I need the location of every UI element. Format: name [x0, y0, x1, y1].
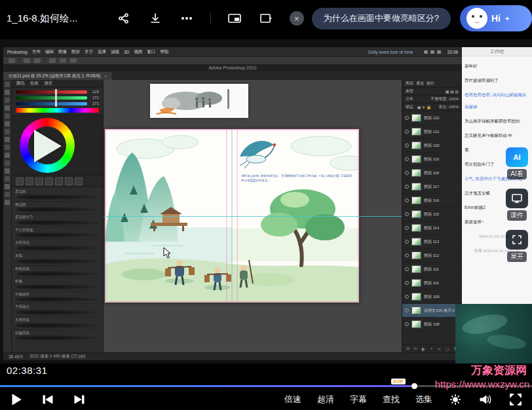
layer-row[interactable]: 图层 122: [402, 111, 462, 125]
brush-preset-icon[interactable]: [35, 177, 43, 185]
eraser-tool[interactable]: [5, 153, 10, 158]
hand-tool[interactable]: [5, 192, 10, 197]
move-tool[interactable]: [5, 82, 10, 87]
layer-row[interactable]: 图层 121: [402, 125, 462, 139]
layer-row[interactable]: 图层 116: [402, 194, 462, 208]
visibility-eye-icon[interactable]: [405, 116, 409, 120]
speed-button[interactable]: 倍速: [284, 394, 301, 405]
download-icon[interactable]: [147, 10, 163, 26]
panel-tab[interactable]: 路径: [427, 81, 434, 86]
brush-item[interactable]: 干介质画笔: [15, 227, 100, 240]
cyan-guide-line[interactable]: [104, 216, 402, 217]
menu-item[interactable]: 3D: [124, 50, 129, 54]
progress-knob[interactable]: [411, 383, 417, 389]
brush-item[interactable]: 柔边圆压力: [15, 214, 100, 227]
menu-item[interactable]: 图像: [58, 49, 67, 55]
search-button[interactable]: 查找: [383, 394, 400, 405]
lasso-tool[interactable]: [5, 98, 10, 103]
panel-tab[interactable]: 图层: [406, 81, 413, 86]
adjustment-icon[interactable]: ◑: [430, 346, 432, 350]
brush-item[interactable]: 粗糙炭笔: [15, 266, 100, 279]
menu-item[interactable]: 文件: [32, 49, 41, 55]
visibility-eye-icon[interactable]: [405, 185, 409, 189]
menu-item[interactable]: 选择: [98, 49, 106, 55]
fx-icon[interactable]: fx: [414, 346, 417, 350]
layer-row[interactable]: 图层 114: [402, 221, 462, 235]
menu-item[interactable]: 图层: [71, 49, 80, 55]
panel-tab[interactable]: 色板: [30, 81, 39, 86]
previous-button[interactable]: [41, 392, 55, 407]
brush-item[interactable]: 水墨画笔: [15, 317, 100, 330]
settings-gear-icon[interactable]: [448, 392, 463, 407]
panel-tab[interactable]: 颜色: [16, 81, 25, 86]
panel-tab[interactable]: 通道: [416, 81, 424, 86]
mask-icon[interactable]: ◧: [422, 346, 426, 351]
question-bubble[interactable]: 为什么在画面中要做亮暗区分?: [312, 8, 451, 29]
options-icon[interactable]: [9, 58, 15, 63]
tab-close-icon[interactable]: ×: [105, 74, 107, 79]
play-button[interactable]: [9, 392, 24, 407]
expand-button[interactable]: 展开: [503, 230, 531, 262]
options-icon[interactable]: [34, 58, 41, 63]
layer-row[interactable]: 说明文135 拷贝 2: [402, 304, 462, 318]
menu-item[interactable]: 视图: [134, 49, 142, 55]
visibility-eye-icon[interactable]: [405, 267, 409, 271]
healing-brush-tool[interactable]: [5, 129, 10, 134]
menu-item[interactable]: 滤镜: [111, 49, 119, 55]
visibility-eye-icon[interactable]: [405, 295, 409, 299]
opacity-field[interactable]: 不透明度: 100%: [430, 96, 459, 102]
green-slider[interactable]: [16, 96, 87, 100]
visibility-eye-icon[interactable]: [405, 157, 409, 161]
layer-row[interactable]: 图层 117: [402, 180, 462, 194]
layer-row[interactable]: 图层 108: [402, 318, 462, 331]
marquee-tool[interactable]: [5, 90, 10, 95]
layer-row[interactable]: 图层 115: [402, 208, 462, 221]
options-icon[interactable]: [49, 58, 56, 63]
brush-preset-icon[interactable]: [45, 177, 53, 185]
brush-preset-icon[interactable]: [26, 177, 33, 185]
brush-item[interactable]: 平扁扇形: [15, 291, 100, 305]
visibility-eye-icon[interactable]: [405, 322, 409, 326]
ai-watch-button[interactable]: AI AI看: [503, 147, 531, 179]
brush-preset-icon[interactable]: [75, 177, 83, 185]
blur-tool[interactable]: [5, 168, 10, 174]
layer-row[interactable]: 图层 109: [402, 290, 462, 304]
visibility-eye-icon[interactable]: [405, 281, 409, 285]
episodes-button[interactable]: 选集: [415, 394, 432, 405]
quality-button[interactable]: 超清: [317, 394, 334, 405]
ps-canvas[interactable]: 远处青山如黛, 炊烟袅袅升起。丹顶鹤展翅飞过村口的大树, 一家人挑着水桶, 沿着…: [104, 80, 402, 352]
menu-item[interactable]: 编辑: [45, 49, 54, 55]
more-icon[interactable]: [179, 10, 195, 26]
pip-icon[interactable]: [227, 10, 242, 26]
brush-preset-icon[interactable]: [55, 177, 63, 185]
visibility-eye-icon[interactable]: [405, 130, 409, 134]
clone-stamp-tool[interactable]: [5, 145, 10, 150]
filter-icons[interactable]: ▦ ▤ ▥: [446, 89, 459, 94]
lock-icons[interactable]: ▣ ✛ 🔒: [417, 105, 432, 109]
layer-row[interactable]: 图层 111: [402, 263, 462, 276]
options-icon[interactable]: [24, 58, 30, 63]
blue-slider[interactable]: [16, 102, 87, 105]
crop-tool[interactable]: [5, 113, 10, 119]
new-layer-icon[interactable]: ▢: [446, 346, 449, 351]
play-overlay-icon[interactable]: [34, 130, 62, 162]
mini-player-icon[interactable]: [258, 10, 274, 26]
visibility-eye-icon[interactable]: [405, 226, 409, 230]
layer-row[interactable]: 图层 118: [402, 166, 462, 180]
brush-item[interactable]: 柔边圆: [15, 189, 100, 202]
group-icon[interactable]: ▭: [437, 346, 441, 351]
blend-mode-select[interactable]: 正常: [406, 96, 413, 102]
brush-preset-icon[interactable]: [16, 177, 24, 185]
menu-item[interactable]: 文字: [85, 49, 93, 55]
layer-row[interactable]: 图层 112: [402, 249, 462, 263]
courseware-button[interactable]: 课件: [503, 189, 531, 221]
visibility-eye-icon[interactable]: [405, 171, 409, 175]
menu-item[interactable]: 窗口: [147, 49, 155, 55]
options-icon[interactable]: [60, 58, 66, 63]
visibility-eye-icon[interactable]: [405, 198, 409, 202]
filter-type-label[interactable]: 类型: [406, 88, 413, 94]
layer-row[interactable]: 图层 120: [402, 139, 462, 153]
share-icon[interactable]: [116, 10, 132, 26]
brush-item[interactable]: 炭笔: [15, 253, 100, 266]
options-icon[interactable]: [70, 58, 77, 63]
